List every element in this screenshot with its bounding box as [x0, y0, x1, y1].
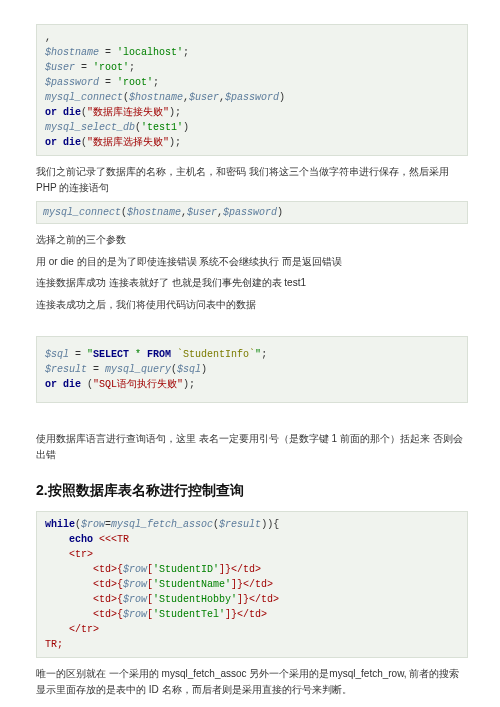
spacer [36, 411, 468, 425]
token-paren: ) [277, 207, 283, 218]
token-term: ; [261, 349, 267, 360]
token-var: $user [187, 207, 217, 218]
token-var: $row [81, 519, 105, 530]
token-var: $result [45, 364, 87, 375]
token-kw: die [63, 107, 81, 118]
token-kw: or [45, 137, 57, 148]
token-var: $sql [177, 364, 201, 375]
token-heredoc: <td>{ [45, 579, 123, 590]
token-term: ; [153, 77, 159, 88]
token-paren: ) [279, 92, 285, 103]
token-fn: mysql_connect [45, 92, 123, 103]
token-fn: mysql_fetch_assoc [111, 519, 213, 530]
token-str: 'root' [93, 62, 129, 73]
paragraph-1: 我们之前记录了数据库的名称，主机名，和密码 我们将这三个当做字符串进行保存，然后… [36, 164, 468, 195]
token-heredoc: <td>{ [45, 609, 123, 620]
token-str: 'test1' [141, 122, 183, 133]
token-var: $password [223, 207, 277, 218]
token-kw: or [45, 379, 57, 390]
code-line: , [45, 30, 459, 45]
section-heading-2: 2.按照数据库表名称进行控制查询 [36, 480, 468, 501]
token-term: ); [169, 137, 181, 148]
token-var: $row [123, 564, 147, 575]
token-kw: die [63, 379, 81, 390]
token-paren: ) [201, 364, 207, 375]
token-fn: mysql_connect [43, 207, 121, 218]
inline-code-1: mysql_connect($hostname,$user,$password) [36, 201, 468, 224]
token-op: = [99, 77, 117, 88]
token-str-red: "数据库连接失败" [87, 107, 169, 118]
token-paren: ( [81, 379, 93, 390]
token-var: $user [189, 92, 219, 103]
token-var: $password [45, 77, 99, 88]
paragraph-4: 连接数据库成功 连接表就好了 也就是我们事先创建的表 test1 [36, 275, 468, 291]
paragraph-6: 使用数据库语言进行查询语句，这里 表名一定要用引号（是数字键 1 前面的那个）括… [36, 431, 468, 462]
code-line: <tr> [45, 547, 459, 562]
token-term: )){ [261, 519, 279, 530]
token-heredoc: ]}</td> [237, 594, 279, 605]
token-sql-str: `StudentInfo` [171, 349, 255, 360]
token-kw: or [45, 107, 57, 118]
token-var: $row [123, 609, 147, 620]
token-var: $hostname [127, 207, 181, 218]
code-line: or die("数据库选择失败"); [45, 135, 459, 150]
code-line: or die("数据库连接失败"); [45, 105, 459, 120]
char-comma: , [45, 32, 51, 43]
token-str-red: "SQL语句执行失败" [93, 379, 183, 390]
token-kw: die [63, 137, 81, 148]
token-str: 'root' [117, 77, 153, 88]
code-line: $user = 'root'; [45, 60, 459, 75]
code-line: $hostname = 'localhost'; [45, 45, 459, 60]
code-block-2: $sql = "SELECT * FROM `StudentInfo`"; $r… [36, 336, 468, 403]
code-line: $sql = "SELECT * FROM `StudentInfo`"; [45, 347, 459, 362]
code-line: <td>{$row['StudentName']}</td> [45, 577, 459, 592]
token-heredoc: <td>{ [45, 594, 123, 605]
token-heredoc: ]}</td> [231, 579, 273, 590]
token-term: ; [183, 47, 189, 58]
token-var: $row [123, 579, 147, 590]
token-sql-kw: FROM [147, 349, 171, 360]
paragraph-5: 连接表成功之后，我们将使用代码访问表中的数据 [36, 297, 468, 313]
code-block-1: , $hostname = 'localhost'; $user = 'root… [36, 24, 468, 156]
token-var: $result [219, 519, 261, 530]
code-line: <td>{$row['StudentTel']}</td> [45, 607, 459, 622]
code-block-3: while($row=mysql_fetch_assoc($result)){ … [36, 511, 468, 658]
token-var: $hostname [129, 92, 183, 103]
paragraph-7: 唯一的区别就在 一个采用的 mysql_fetch_assoc 另外一个采用的是… [36, 666, 468, 697]
token-str: 'StudentHobby' [153, 594, 237, 605]
code-line: or die ("SQL语句执行失败"); [45, 377, 459, 392]
token-term: ; [129, 62, 135, 73]
token-var: $password [225, 92, 279, 103]
code-line: mysql_connect($hostname,$user,$password) [45, 90, 459, 105]
code-line: TR; [45, 637, 459, 652]
token-str: 'StudentID' [153, 564, 219, 575]
code-line: echo <<<TR [45, 532, 459, 547]
token-heredoc: ]}</td> [225, 609, 267, 620]
token-str-red: "数据库选择失败" [87, 137, 169, 148]
code-line: $result = mysql_query($sql) [45, 362, 459, 377]
token-op: = [69, 349, 87, 360]
token-op: = [87, 364, 105, 375]
code-line: while($row=mysql_fetch_assoc($result)){ [45, 517, 459, 532]
token-kw: while [45, 519, 75, 530]
token-var: $row [123, 594, 147, 605]
token-str: 'StudentName' [153, 579, 231, 590]
token-var: $user [45, 62, 75, 73]
token-space [45, 534, 69, 545]
code-line: <td>{$row['StudentHobby']}</td> [45, 592, 459, 607]
token-op: = [75, 62, 93, 73]
token-sql-kw: SELECT [93, 349, 129, 360]
token-str: 'localhost' [117, 47, 183, 58]
token-heredoc: <<<TR [99, 534, 129, 545]
token-sql: * [129, 349, 147, 360]
token-str: 'StudentTel' [153, 609, 225, 620]
token-fn: mysql_query [105, 364, 171, 375]
token-var: $hostname [45, 47, 99, 58]
token-paren: ) [183, 122, 189, 133]
token-term: ); [183, 379, 195, 390]
spacer [36, 318, 468, 332]
paragraph-2: 选择之前的三个参数 [36, 232, 468, 248]
code-line: mysql_select_db('test1') [45, 120, 459, 135]
token-kw: echo [69, 534, 93, 545]
token-fn: mysql_select_db [45, 122, 135, 133]
